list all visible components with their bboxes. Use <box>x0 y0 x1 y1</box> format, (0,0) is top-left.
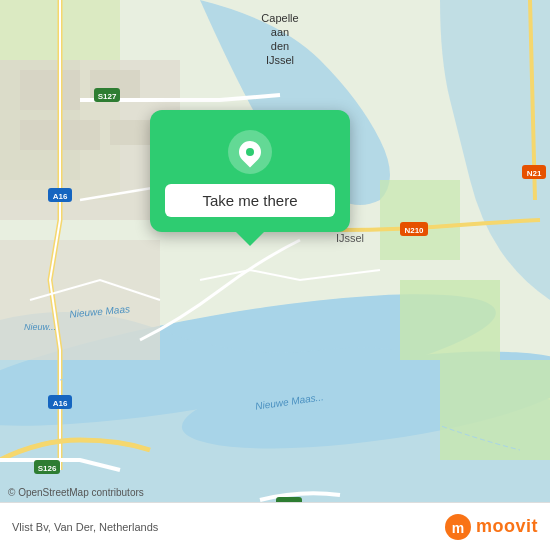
svg-rect-12 <box>110 120 150 145</box>
svg-text:aan: aan <box>271 26 289 38</box>
svg-rect-6 <box>400 280 500 360</box>
location-card: Take me there <box>150 110 350 232</box>
svg-text:N21: N21 <box>527 169 542 178</box>
svg-rect-7 <box>440 360 550 460</box>
svg-rect-13 <box>0 240 160 360</box>
svg-text:N210: N210 <box>404 226 424 235</box>
pin-icon-container <box>228 130 272 174</box>
svg-text:IJssel: IJssel <box>266 54 294 66</box>
svg-text:IJssel: IJssel <box>336 232 364 244</box>
take-me-there-button[interactable]: Take me there <box>165 184 335 217</box>
osm-credit: © OpenStreetMap contributors <box>8 487 144 498</box>
svg-text:S126: S126 <box>38 464 57 473</box>
bottom-bar: Vlist Bv, Van Der, Netherlands m moovit <box>0 502 550 550</box>
moovit-icon: m <box>444 513 472 541</box>
svg-text:Nieuw...: Nieuw... <box>24 322 56 332</box>
moovit-text: moovit <box>476 516 538 537</box>
svg-text:A16: A16 <box>53 399 68 408</box>
map-svg: A16 A16 S127 S126 N210 N21 S105 Capelle … <box>0 0 550 550</box>
svg-rect-5 <box>380 180 460 260</box>
pin-shape <box>234 136 265 167</box>
svg-text:den: den <box>271 40 289 52</box>
map-container: A16 A16 S127 S126 N210 N21 S105 Capelle … <box>0 0 550 550</box>
location-label: Vlist Bv, Van Der, Netherlands <box>12 521 158 533</box>
pin-dot <box>246 148 254 156</box>
svg-text:Capelle: Capelle <box>261 12 298 24</box>
svg-text:S127: S127 <box>98 92 117 101</box>
svg-text:A16: A16 <box>53 192 68 201</box>
moovit-logo: m moovit <box>444 513 538 541</box>
svg-rect-9 <box>20 70 80 110</box>
svg-text:m: m <box>452 520 464 536</box>
